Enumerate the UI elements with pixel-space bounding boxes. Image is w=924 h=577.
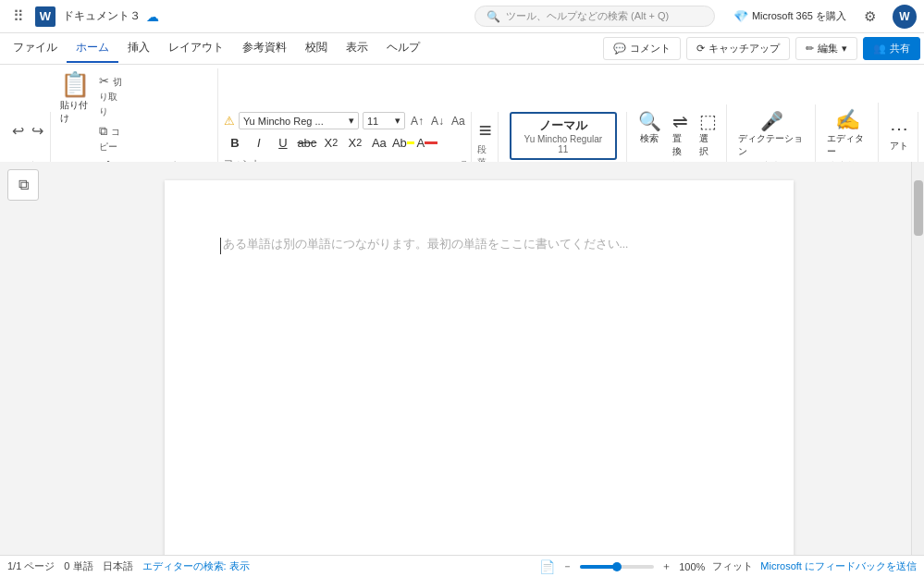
page-info: 1/1 ページ [7, 559, 55, 573]
font-size-chevron: ▾ [395, 115, 400, 127]
catchup-btn[interactable]: ⟳ キャッチアップ [686, 37, 790, 60]
font-size-decrease-btn[interactable]: A↓ [429, 113, 446, 129]
vertical-scrollbar[interactable] [911, 162, 924, 555]
tab-layout[interactable]: レイアウト [159, 34, 233, 63]
italic-btn[interactable]: I [248, 131, 270, 153]
text-case-btn[interactable]: Aa [368, 131, 390, 153]
document-area[interactable]: ある単語は別の単語につながります。最初の単語をここに書いてください... [46, 162, 911, 555]
replace-btn[interactable]: ⇌ 置換 [669, 108, 692, 160]
zoom-track[interactable] [580, 565, 654, 569]
editor-status[interactable]: エディターの検索: 表示 [142, 559, 250, 573]
redo-btn[interactable]: ↪ [29, 119, 46, 142]
settings-icon[interactable]: ⚙ [857, 5, 881, 29]
paragraph-icon-btn[interactable]: ≡ [479, 117, 492, 143]
text-cursor [220, 238, 221, 254]
strikethrough-btn[interactable]: abc [296, 131, 318, 153]
font-size-select[interactable]: 11 ▾ [363, 112, 405, 129]
document-page[interactable]: ある単語は別の単語につながります。最初の単語をここに書いてください... [165, 180, 794, 555]
doc-clipboard-btn[interactable]: ⧉ [7, 169, 39, 201]
tab-insert[interactable]: 挿入 [118, 34, 159, 63]
tab-home[interactable]: ホーム [67, 34, 118, 63]
zoom-minus-btn[interactable]: － [562, 559, 573, 573]
comment-btn[interactable]: 💬 コメント [603, 37, 681, 60]
zoom-level: 100% [679, 561, 705, 572]
document-placeholder[interactable]: ある単語は別の単語につながります。最初の単語をここに書いてください... [223, 236, 629, 252]
status-right: 📄 － ＋ 100% フィット Microsoft にフィードバックを送信 [539, 559, 917, 574]
subscript-btn[interactable]: X2 [320, 131, 342, 153]
dictation-btn[interactable]: 🎤 ディクテーション [734, 108, 809, 160]
language-label: 日本語 [103, 559, 133, 573]
copy-btn[interactable]: ⧉ コピー [96, 122, 127, 155]
undo-btn[interactable]: ↩ [9, 119, 27, 142]
doc-title: ドキュメント３ ☁ [63, 8, 456, 24]
ribbon-tabs: ファイル ホーム 挿入 レイアウト 参考資料 校閲 表示 ヘルプ 💬 コメント … [0, 33, 924, 65]
tab-view[interactable]: 表示 [337, 34, 377, 63]
title-right-section: 💎 Microsoft 365 を購入 ⚙ W [733, 5, 917, 29]
paste-btn[interactable]: 📋 貼り付け [56, 68, 93, 127]
search-box[interactable]: 🔍 ツール、ヘルプなどの検索 (Alt + Q) [474, 6, 715, 27]
search-icon: 🔍 [487, 10, 500, 23]
font-warning-icon: ⚠ [224, 114, 235, 128]
paste-icon: 📋 [60, 70, 90, 99]
select-btn[interactable]: ⬚ 選択 [696, 108, 721, 160]
apps-grid-icon[interactable]: ⠿ [7, 6, 30, 28]
zoom-slider[interactable] [580, 565, 654, 569]
ribbon-right-buttons: 💬 コメント ⟳ キャッチアップ ✏ 編集 ▾ 👥 共有 [603, 37, 920, 60]
fit-label[interactable]: フィット [712, 559, 753, 573]
tab-review[interactable]: 校閲 [296, 34, 337, 63]
font-row1: ⚠ Yu Mincho Reg ... ▾ 11 ▾ A↑ A↓ Aa [224, 112, 467, 129]
sidebar: ⧉ [0, 162, 46, 555]
font-size-increase-btn[interactable]: A↑ [409, 113, 425, 129]
normal-style-btn[interactable]: ノーマル Yu Mincho Regular 11 [510, 112, 617, 160]
scroll-thumb[interactable] [914, 180, 923, 236]
font-name-chevron: ▾ [349, 115, 354, 127]
font-color-btn[interactable]: A [416, 131, 438, 153]
cloud-save-icon[interactable]: ☁ [146, 9, 159, 24]
clipboard-small-btns: ✂ 切り取り ⧉ コピー 🖌 [96, 72, 127, 175]
status-bar: 1/1 ページ 0 単語 日本語 エディターの検索: 表示 📄 － ＋ 100%… [0, 555, 924, 577]
tab-references[interactable]: 参考資料 [233, 34, 296, 63]
tab-help[interactable]: ヘルプ [377, 34, 429, 63]
edit-btn[interactable]: ✏ 編集 ▾ [795, 37, 857, 60]
word-app-icon: W [35, 6, 55, 27]
feedback-label[interactable]: Microsoft にフィードバックを送信 [760, 559, 917, 573]
bold-btn[interactable]: B [224, 131, 246, 153]
share-btn[interactable]: 👥 共有 [863, 37, 920, 60]
editor-btn[interactable]: ✍ エディター [823, 106, 872, 160]
ms365-purchase-btn[interactable]: 💎 Microsoft 365 を購入 [733, 9, 846, 23]
title-bar: ⠿ W ドキュメント３ ☁ 🔍 ツール、ヘルプなどの検索 (Alt + Q) 💎… [0, 0, 924, 33]
highlight-color-btn[interactable]: Ab [392, 131, 414, 153]
underline-btn[interactable]: U [272, 131, 294, 153]
cut-btn[interactable]: ✂ 切り取り [96, 72, 127, 120]
zoom-fill [580, 565, 617, 569]
font-name-select[interactable]: Yu Mincho Reg ... ▾ [239, 112, 359, 129]
word-count: 0 単語 [64, 559, 92, 573]
zoom-thumb[interactable] [612, 562, 622, 571]
zoom-plus-btn[interactable]: ＋ [661, 559, 671, 573]
doc-format-icon[interactable]: 📄 [539, 559, 555, 574]
document-cursor: ある単語は別の単語につながります。最初の単語をここに書いてください... [220, 236, 738, 254]
superscript-btn[interactable]: X2 [344, 131, 366, 153]
font-row2: B I U abc X2 X2 Aa Ab A [224, 131, 467, 153]
user-avatar[interactable]: W [893, 5, 917, 29]
more-btn[interactable]: ⋯ アト [886, 116, 912, 154]
ribbon: ↩ ↪ 元に戻す 📋 貼り付け ✂ 切り取り ⧉ コピー 🖌 クリップボード ⚠… [0, 65, 924, 178]
change-case-btn[interactable]: Aa [450, 113, 467, 129]
tab-file[interactable]: ファイル [4, 34, 67, 63]
search-btn[interactable]: 🔍 検索 [634, 108, 665, 160]
clipboard-group: 📋 貼り付け ✂ 切り取り ⧉ コピー 🖌 クリップボード [53, 68, 218, 175]
